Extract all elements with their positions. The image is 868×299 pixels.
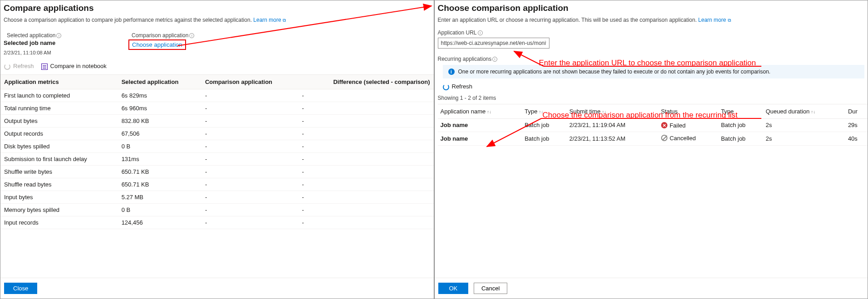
metric-selected: 832.80 KB [118, 114, 201, 127]
cell-type: Batch job [522, 118, 567, 132]
metric-diff: - [298, 178, 433, 191]
sort-icon: ↑↓ [811, 109, 815, 114]
col-duration[interactable]: Dur [845, 104, 868, 118]
col-app-name[interactable]: Application name↑↓ [438, 104, 522, 118]
col-selected: Selected application [118, 75, 201, 89]
metric-diff: - [298, 127, 433, 140]
refresh-button[interactable]: Refresh [4, 63, 34, 70]
metric-diff: - [298, 102, 433, 114]
metric-selected: 650.71 KB [118, 165, 201, 178]
metric-diff: - [298, 114, 433, 127]
refresh-icon [443, 84, 449, 90]
metric-comparison: - [201, 127, 298, 140]
metric-diff: - [298, 89, 433, 102]
cell-type2: Batch job [718, 118, 763, 132]
sort-icon: ↑↓ [487, 109, 491, 114]
table-row[interactable]: Job nameBatch job2/23/21, 11:19:04 AM✕Fa… [438, 118, 868, 132]
selected-app-label: Selected applicationi [7, 32, 125, 39]
metric-selected: 131ms [118, 152, 201, 165]
selected-job-name: Selected job name [4, 39, 128, 46]
compare-subtitle: Choose a comparison application to compa… [4, 17, 431, 23]
metric-diff: - [298, 191, 433, 203]
metric-comparison: - [201, 191, 298, 203]
metric-diff: - [298, 203, 433, 216]
metric-selected: 5.27 MB [118, 191, 201, 203]
comparison-app-label: Comparison applicationi [132, 32, 250, 39]
metric-comparison: - [201, 165, 298, 178]
metric-name: Shuffle read bytes [0, 178, 118, 191]
cell-type: Batch job [522, 132, 567, 146]
choose-comparison-pane: Choose comparison application Enter an a… [435, 0, 868, 299]
ok-button[interactable]: OK [438, 283, 469, 294]
metric-name: Total running time [0, 102, 118, 114]
cell-queued: 2s [763, 118, 845, 132]
metric-comparison: - [201, 102, 298, 114]
info-icon[interactable]: i [478, 30, 483, 35]
learn-more-link[interactable]: Learn more ⧉ [253, 17, 286, 23]
table-row[interactable]: Job nameBatch job2/23/21, 11:13:52 AMCan… [438, 132, 868, 146]
compare-in-notebook-button[interactable]: Compare in notebook [41, 63, 107, 70]
cell-status: Cancelled [658, 132, 718, 146]
learn-more-link[interactable]: Learn more ⧉ [698, 17, 731, 23]
cell-name: Job name [438, 132, 522, 146]
recurring-table: Application name↑↓ Type↑↓ Submit time↑↓ … [438, 104, 868, 146]
external-link-icon: ⧉ [728, 18, 731, 23]
table-row: Input bytes5.27 MB-- [0, 191, 434, 203]
items-count: Showing 1 - 2 of 2 items [438, 95, 865, 101]
external-link-icon: ⧉ [283, 18, 286, 23]
metrics-table: Application metrics Selected application… [0, 75, 434, 229]
selected-timestamp: 2/23/21, 11:10:08 AM [4, 50, 431, 55]
cell-status: ✕Failed [658, 118, 718, 132]
metric-name: Submission to first launch delay [0, 152, 118, 165]
metric-name: Memory bytes spilled [0, 203, 118, 216]
info-icon[interactable]: i [56, 33, 61, 38]
info-icon[interactable]: i [492, 57, 497, 62]
failed-icon: ✕ [661, 122, 667, 128]
table-row: Disk bytes spilled0 B-- [0, 140, 434, 152]
metric-selected: 67,506 [118, 127, 201, 140]
table-row: Output records67,506-- [0, 127, 434, 140]
col-queued[interactable]: Queued duration↑↓ [763, 104, 845, 118]
refresh-button[interactable]: Refresh [443, 83, 865, 90]
app-url-label: Application URLi [438, 29, 865, 36]
col-type[interactable]: Type↑↓ [522, 104, 567, 118]
metric-name: Input records [0, 216, 118, 229]
cell-queued: 2s [763, 132, 845, 146]
metric-comparison: - [201, 114, 298, 127]
info-icon[interactable]: i [189, 33, 194, 38]
compare-applications-pane: Compare applications Choose a comparison… [0, 0, 435, 299]
table-row: Shuffle read bytes650.71 KB-- [0, 178, 434, 191]
metric-selected: 6s 960ms [118, 102, 201, 114]
cell-name: Job name [438, 118, 522, 132]
metric-comparison: - [201, 216, 298, 229]
compare-title: Compare applications [4, 3, 431, 13]
table-row: Shuffle write bytes650.71 KB-- [0, 165, 434, 178]
table-row: First launch to completed6s 829ms-- [0, 89, 434, 102]
choose-application-link[interactable]: Choose application [128, 39, 186, 50]
col-status[interactable]: Status [658, 104, 718, 118]
col-difference: Difference (selected - comparison) [298, 75, 433, 89]
metric-selected: 650.71 KB [118, 178, 201, 191]
table-row: Total running time6s 960ms-- [0, 102, 434, 114]
sort-icon: ↑↓ [539, 109, 543, 114]
col-type2[interactable]: Type [718, 104, 763, 118]
col-submit-time[interactable]: Submit time↑↓ [567, 104, 658, 118]
refresh-icon [4, 64, 10, 70]
recurring-alert: i One or more recurring applications are… [443, 65, 865, 78]
metric-selected: 6s 829ms [118, 89, 201, 102]
col-metric: Application metrics [0, 75, 118, 89]
close-button[interactable]: Close [4, 283, 37, 294]
metric-name: Input bytes [0, 191, 118, 203]
metric-name: First launch to completed [0, 89, 118, 102]
cancelled-icon [661, 135, 667, 141]
application-url-input[interactable] [438, 38, 549, 49]
col-comparison: Comparison application [201, 75, 298, 89]
metric-comparison: - [201, 140, 298, 152]
metric-name: Shuffle write bytes [0, 165, 118, 178]
sort-icon: ↑↓ [602, 109, 606, 114]
metric-name: Output bytes [0, 114, 118, 127]
table-row: Output bytes832.80 KB-- [0, 114, 434, 127]
cancel-button[interactable]: Cancel [474, 283, 507, 294]
notebook-icon [41, 64, 48, 70]
cell-duration: 29s [845, 118, 868, 132]
